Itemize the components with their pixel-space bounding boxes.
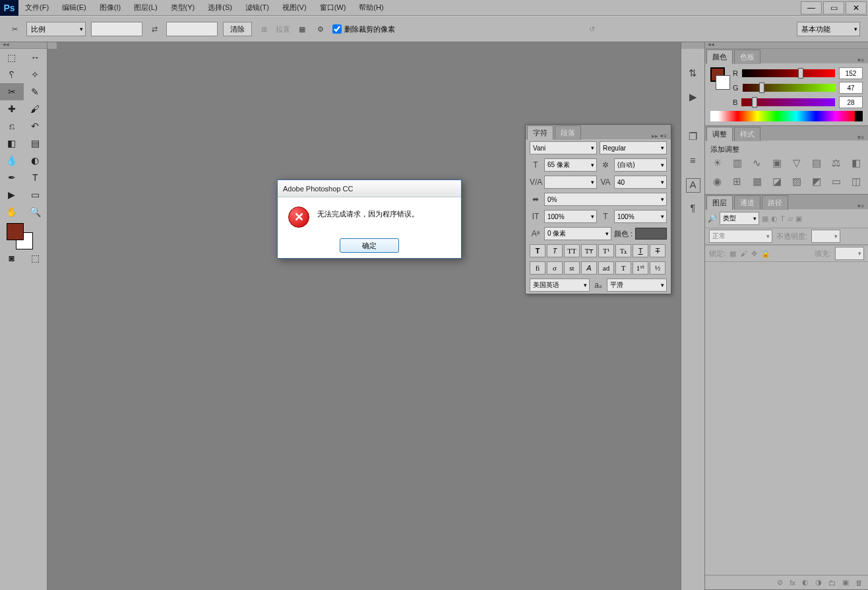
strip-icon-character[interactable]: A xyxy=(686,178,700,193)
adj-selective-icon[interactable]: ◫ xyxy=(850,176,863,187)
new-fill-icon[interactable]: ◑ xyxy=(815,578,822,587)
font-family-dropdown[interactable]: Vani xyxy=(530,141,597,154)
language-dropdown[interactable]: 美国英语 xyxy=(530,279,590,292)
smallcaps-button[interactable]: Tᴛ xyxy=(581,244,597,257)
scale0-dropdown[interactable]: 0% xyxy=(544,193,667,206)
strike-button[interactable]: T xyxy=(650,244,666,257)
tool-lasso[interactable]: ␦ xyxy=(0,66,24,83)
b-input[interactable] xyxy=(839,96,863,108)
adj-levels-icon[interactable]: ▥ xyxy=(731,157,744,169)
grid-icon[interactable]: ▦ xyxy=(295,22,309,36)
char-color-swatch[interactable] xyxy=(635,228,667,240)
tab-adjustments[interactable]: 调整 xyxy=(706,127,733,141)
tool-hand[interactable]: ✋ xyxy=(0,203,24,220)
filter-pixel-icon[interactable]: ▦ xyxy=(762,214,768,223)
tool-zoom[interactable]: 🔍 xyxy=(24,203,47,220)
tool-path-select[interactable]: ▶ xyxy=(0,186,24,203)
tab-layers[interactable]: 图层 xyxy=(706,195,733,210)
ot-swash-button[interactable]: A xyxy=(581,261,597,275)
hscale-input[interactable]: 100% xyxy=(614,210,667,223)
ot-st-button[interactable]: st xyxy=(564,261,580,275)
delete-layer-icon[interactable]: 🗑 xyxy=(855,579,863,587)
lock-paint-icon[interactable]: 🖌 xyxy=(740,249,747,257)
ot-1st-button[interactable]: 1ˢᵗ xyxy=(633,261,648,275)
ok-button[interactable]: 确定 xyxy=(340,238,399,253)
ratio-dropdown[interactable]: 比例 xyxy=(26,22,86,36)
new-layer-icon[interactable]: ▣ xyxy=(842,578,849,587)
menu-select[interactable]: 选择(S) xyxy=(201,0,239,16)
delete-cropped-input[interactable] xyxy=(332,24,342,34)
g-input[interactable] xyxy=(839,82,863,94)
vscale-input[interactable]: 100% xyxy=(544,210,597,223)
adjust-panel-menu[interactable]: ▾≡ xyxy=(853,134,868,141)
adj-brightness-icon[interactable]: ☀ xyxy=(711,157,724,169)
color-panel-menu[interactable]: ▾≡ xyxy=(853,57,868,63)
strip-icon-history[interactable]: ⇅ xyxy=(686,67,700,82)
menu-image[interactable]: 图像(I) xyxy=(93,0,127,16)
strip-icon-3d[interactable]: ❐ xyxy=(686,131,700,145)
tool-eyedropper[interactable]: ✎ xyxy=(24,83,47,100)
r-input[interactable] xyxy=(839,67,863,79)
strip-icon-properties[interactable]: ≡ xyxy=(686,154,700,169)
menu-layer[interactable]: 图层(L) xyxy=(127,0,164,16)
crop-tool-icon[interactable]: ✂ xyxy=(8,22,21,36)
adj-curves-icon[interactable]: ∿ xyxy=(751,157,764,169)
minimize-button[interactable]: — xyxy=(801,1,822,15)
tool-crop[interactable]: ✂ xyxy=(0,83,24,100)
opacity-input[interactable] xyxy=(811,230,840,243)
ot-fi-button[interactable]: fi xyxy=(530,261,545,275)
tool-stamp[interactable]: ⎌ xyxy=(0,117,24,135)
filter-adjust-icon[interactable]: ◐ xyxy=(771,214,778,223)
menu-window[interactable]: 窗口(W) xyxy=(313,0,353,16)
adj-photo-icon[interactable]: ◉ xyxy=(711,176,724,187)
adj-mixer-icon[interactable]: ⊞ xyxy=(731,176,744,187)
menu-filter[interactable]: 滤镜(T) xyxy=(239,0,276,16)
rcol-grip[interactable] xyxy=(705,42,868,49)
tool-history-brush[interactable]: ↶ xyxy=(24,117,47,135)
maximize-button[interactable]: ▭ xyxy=(823,1,844,15)
tab-styles[interactable]: 样式 xyxy=(734,127,760,141)
adj-poster-icon[interactable]: ▨ xyxy=(790,176,803,187)
lock-pos-icon[interactable]: ✥ xyxy=(751,249,757,258)
reset-icon[interactable]: ↺ xyxy=(585,22,598,36)
ratio-height-input[interactable] xyxy=(166,22,218,36)
antialias-dropdown[interactable]: 平滑 xyxy=(607,279,667,292)
font-size-dropdown[interactable]: 65 像素 xyxy=(544,158,597,172)
leading-dropdown[interactable]: (自动) xyxy=(614,158,667,172)
spectrum-bar[interactable] xyxy=(710,111,863,121)
layer-filter-kind[interactable]: 类型 xyxy=(720,212,759,225)
swap-icon[interactable]: ⇄ xyxy=(148,22,161,36)
b-slider[interactable] xyxy=(741,98,835,106)
font-style-dropdown[interactable]: Regular xyxy=(600,141,667,154)
blend-mode-dropdown[interactable]: 正常 xyxy=(709,230,772,243)
tool-brush[interactable]: 🖌 xyxy=(24,100,47,117)
ot-fraction-button[interactable]: ½ xyxy=(650,261,666,275)
link-layers-icon[interactable]: ⊘ xyxy=(777,578,783,587)
canvas-grip[interactable] xyxy=(47,42,57,49)
menu-type[interactable]: 类型(Y) xyxy=(164,0,202,16)
subscript-button[interactable]: T₁ xyxy=(615,244,631,257)
close-button[interactable]: ✕ xyxy=(846,1,867,15)
tab-channels[interactable]: 通道 xyxy=(734,195,760,210)
adj-lookup-icon[interactable]: ▦ xyxy=(751,176,764,187)
g-slider[interactable] xyxy=(743,84,835,92)
char-collapse-icon[interactable]: ▸▸ ▾≡ xyxy=(648,133,671,139)
straighten-icon[interactable]: ⊞ xyxy=(257,22,270,36)
tool-dodge[interactable]: ◐ xyxy=(24,152,47,169)
adj-bw-icon[interactable]: ◧ xyxy=(850,157,863,169)
underline-button[interactable]: T xyxy=(633,244,648,257)
tool-eraser[interactable]: ◧ xyxy=(0,135,24,152)
adj-balance-icon[interactable]: ⚖ xyxy=(830,157,843,169)
kerning-dropdown[interactable] xyxy=(544,176,597,189)
faux-italic-button[interactable]: T xyxy=(547,244,563,257)
lock-trans-icon[interactable]: ▩ xyxy=(729,249,736,258)
menu-help[interactable]: 帮助(H) xyxy=(352,0,390,16)
fill-input[interactable] xyxy=(835,247,864,260)
color-swatches[interactable] xyxy=(0,220,47,249)
tab-swatches[interactable]: 色板 xyxy=(734,49,760,64)
gear-icon[interactable]: ⚙ xyxy=(314,22,327,36)
strip-icon-actions[interactable]: ▶ xyxy=(686,91,700,106)
baseline-input[interactable]: 0 像素 xyxy=(544,227,611,240)
adj-vibrance-icon[interactable]: ▽ xyxy=(790,157,803,169)
ot-sigma-button[interactable]: σ xyxy=(547,261,563,275)
